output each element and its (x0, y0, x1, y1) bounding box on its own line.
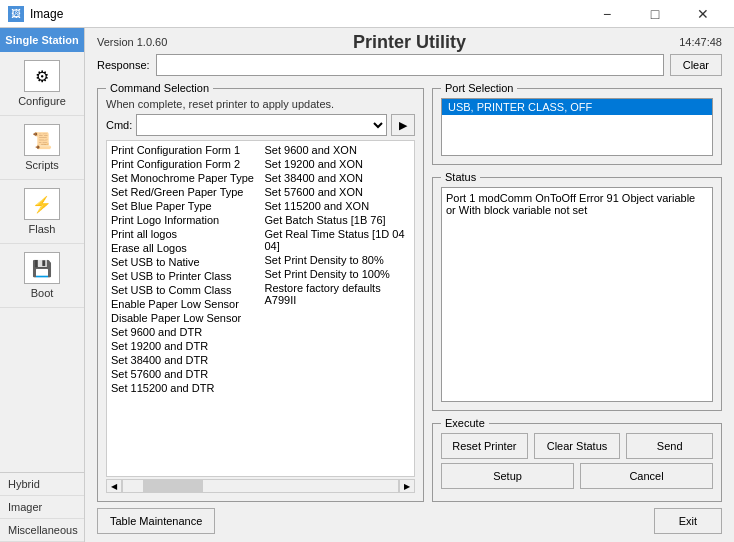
sidebar-item-scripts[interactable]: 📜 Scripts (0, 116, 84, 180)
cmd-go-button[interactable]: ▶ (391, 114, 415, 136)
cmd-item[interactable]: Set 115200 and DTR (111, 381, 257, 395)
cmd-item[interactable]: Set 19200 and XON (265, 157, 411, 171)
app-icon: 🖼 (8, 6, 24, 22)
execute-group: Execute Reset PrinterClear StatusSend Se… (432, 417, 722, 502)
cmd-item[interactable]: Set 9600 and DTR (111, 325, 257, 339)
cmd-item[interactable]: Erase all Logos (111, 241, 257, 255)
sidebar-item-miscellaneous[interactable]: Miscellaneous (0, 519, 84, 542)
response-input[interactable] (156, 54, 664, 76)
cmd-item[interactable]: Set 38400 and DTR (111, 353, 257, 367)
cmd-item[interactable]: Restore factory defaults A799II (265, 281, 411, 307)
exit-row: Exit (432, 508, 722, 534)
cmd-item[interactable]: Print Configuration Form 2 (111, 157, 257, 171)
sidebar-item-boot[interactable]: 💾 Boot (0, 244, 84, 308)
scroll-thumb (143, 480, 203, 492)
time-display: 14:47:48 (679, 36, 722, 48)
cmd-item[interactable]: Set Print Density to 100% (265, 267, 411, 281)
reset-printer-button[interactable]: Reset Printer (441, 433, 528, 459)
main-title: Printer Utility (353, 32, 466, 53)
sidebar-item-imager[interactable]: Imager (0, 496, 84, 519)
cmd-item[interactable]: Set Print Density to 80% (265, 253, 411, 267)
cmd-item[interactable]: Set USB to Comm Class (111, 283, 257, 297)
cmd-item[interactable]: Set 38400 and XON (265, 171, 411, 185)
cmd-item[interactable]: Set 57600 and XON (265, 185, 411, 199)
boot-icon: 💾 (24, 252, 60, 284)
status-group: Status Port 1 modComm OnToOff Error 91 O… (432, 171, 722, 411)
command-selection-group: Command Selection When complete, reset p… (97, 82, 424, 502)
cmd-item[interactable]: Disable Paper Low Sensor (111, 311, 257, 325)
scrollbar-row: ◀ ▶ (106, 479, 415, 493)
cmd-item[interactable]: Set 57600 and DTR (111, 367, 257, 381)
cmd-row: Cmd: ▶ (106, 114, 415, 136)
cmd-list-inner: Print Configuration Form 1Print Configur… (107, 141, 414, 397)
cmd-item[interactable]: Set Red/Green Paper Type (111, 185, 257, 199)
port-list[interactable]: USB, PRINTER CLASS, OFF (441, 98, 713, 156)
version-label: Version 1.0.60 (97, 36, 167, 48)
response-row: Response: Clear (97, 54, 722, 76)
sidebar-item-configure[interactable]: ⚙ Configure (0, 52, 84, 116)
cmd-item[interactable]: Set USB to Native (111, 255, 257, 269)
sidebar: Single Station ⚙ Configure 📜 Scripts ⚡ F… (0, 28, 85, 542)
cmd-item[interactable]: Enable Paper Low Sensor (111, 297, 257, 311)
setup-button[interactable]: Setup (441, 463, 574, 489)
title-bar-text: Image (30, 7, 584, 21)
command-selection-subtitle: When complete, reset printer to apply up… (106, 98, 415, 110)
scroll-left-arrow[interactable]: ◀ (106, 479, 122, 493)
content-area: Version 1.0.60 Printer Utility 14:47:48 … (85, 28, 734, 542)
cmd-item[interactable]: Set Blue Paper Type (111, 199, 257, 213)
sidebar-bottom: Hybrid Imager Miscellaneous (0, 472, 84, 542)
port-selection-group: Port Selection USB, PRINTER CLASS, OFF (432, 82, 722, 165)
minimize-button[interactable]: − (584, 0, 630, 28)
sidebar-item-flash[interactable]: ⚡ Flash (0, 180, 84, 244)
cmd-dropdown[interactable] (136, 114, 387, 136)
status-text: Port 1 modComm OnToOff Error 91 Object v… (441, 187, 713, 402)
title-bar: 🖼 Image − □ ✕ (0, 0, 734, 28)
sidebar-label-configure: Configure (18, 95, 66, 107)
sidebar-label-scripts: Scripts (25, 159, 59, 171)
cmd-item[interactable]: Print Logo Information (111, 213, 257, 227)
scroll-right-arrow[interactable]: ▶ (399, 479, 415, 493)
left-panel: Command Selection When complete, reset p… (97, 82, 424, 534)
execute-row-2: SetupCancel (441, 463, 713, 489)
port-item[interactable]: USB, PRINTER CLASS, OFF (442, 99, 712, 115)
horizontal-scrollbar[interactable] (122, 479, 399, 493)
cmd-item[interactable] (265, 321, 411, 323)
header-row: Version 1.0.60 Printer Utility 14:47:48 (97, 36, 722, 48)
scripts-icon: 📜 (24, 124, 60, 156)
cmd-item[interactable]: Get Real Time Status [1D 04 04] (265, 227, 411, 253)
sidebar-item-hybrid[interactable]: Hybrid (0, 473, 84, 496)
cmd-item[interactable]: Set 115200 and XON (265, 199, 411, 213)
cmd-item[interactable]: Print Configuration Form 1 (111, 143, 257, 157)
execute-row-1: Reset PrinterClear StatusSend (441, 433, 713, 459)
cmd-label: Cmd: (106, 119, 132, 131)
maximize-button[interactable]: □ (632, 0, 678, 28)
response-label: Response: (97, 59, 150, 71)
cmd-col-2: Set 9600 and XONSet 19200 and XONSet 384… (261, 141, 415, 397)
close-button[interactable]: ✕ (680, 0, 726, 28)
cmd-item[interactable]: Set Monochrome Paper Type (111, 171, 257, 185)
exit-button[interactable]: Exit (654, 508, 722, 534)
cancel-button[interactable]: Cancel (580, 463, 713, 489)
commands-list[interactable]: Print Configuration Form 1Print Configur… (106, 140, 415, 477)
two-col-layout: Command Selection When complete, reset p… (97, 82, 722, 534)
main-container: Single Station ⚙ Configure 📜 Scripts ⚡ F… (0, 28, 734, 542)
cmd-item[interactable]: Set 19200 and DTR (111, 339, 257, 353)
window-controls: − □ ✕ (584, 0, 726, 28)
right-panel: Port Selection USB, PRINTER CLASS, OFF S… (432, 82, 722, 534)
sidebar-single-station[interactable]: Single Station (0, 28, 84, 52)
send-button[interactable]: Send (626, 433, 713, 459)
clear-button[interactable]: Clear (670, 54, 722, 76)
configure-icon: ⚙ (24, 60, 60, 92)
cmd-item[interactable]: Get Batch Status [1B 76] (265, 213, 411, 227)
execute-legend: Execute (441, 417, 489, 429)
status-legend: Status (441, 171, 480, 183)
table-maintenance-button[interactable]: Table Maintenance (97, 508, 215, 534)
sidebar-label-boot: Boot (31, 287, 54, 299)
cmd-item[interactable]: Print all logos (111, 227, 257, 241)
clear-status-button[interactable]: Clear Status (534, 433, 621, 459)
command-selection-legend: Command Selection (106, 82, 213, 94)
cmd-item[interactable]: Set USB to Printer Class (111, 269, 257, 283)
cmd-item[interactable]: Set 9600 and XON (265, 143, 411, 157)
sidebar-label-flash: Flash (29, 223, 56, 235)
port-selection-legend: Port Selection (441, 82, 517, 94)
